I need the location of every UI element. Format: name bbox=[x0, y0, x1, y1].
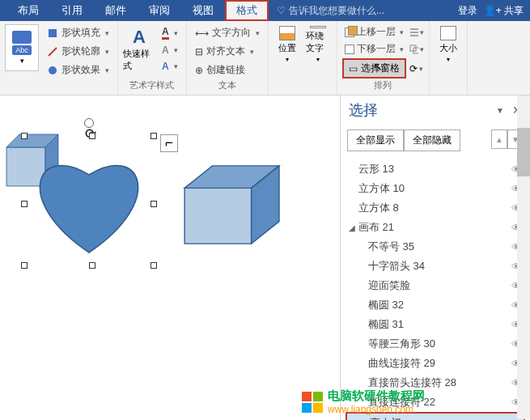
resize-handle[interactable] bbox=[151, 262, 157, 269]
create-link-button[interactable]: ⊕创建链接 bbox=[192, 62, 263, 78]
size-icon bbox=[440, 26, 456, 40]
list-item[interactable]: 迎面笑脸👁 bbox=[346, 276, 525, 295]
move-up-button[interactable]: ▲ bbox=[491, 129, 507, 149]
arrange-group-label: 排列 bbox=[342, 79, 424, 91]
show-all-button[interactable]: 全部显示 bbox=[347, 129, 404, 151]
pen-icon bbox=[47, 46, 58, 57]
group-arrange-pos: 位置▾ 环绕文字▾ bbox=[269, 21, 337, 95]
pane-title: 选择 bbox=[349, 100, 378, 120]
align-icon: ⊟ bbox=[195, 46, 203, 57]
size-button[interactable]: 大小▾ bbox=[435, 24, 462, 65]
expand-icon[interactable]: ◢ bbox=[349, 223, 358, 232]
resize-handle[interactable] bbox=[21, 262, 28, 269]
resize-handle[interactable] bbox=[21, 201, 28, 207]
lightbulb-icon: ♡ bbox=[277, 5, 286, 16]
text-group-label: 文本 bbox=[192, 79, 263, 91]
scrollbar-thumb[interactable] bbox=[517, 128, 530, 176]
svg-point-1 bbox=[49, 66, 57, 74]
bucket-icon bbox=[47, 28, 58, 39]
group-size: 大小▾ bbox=[430, 21, 468, 95]
shape-outline-button[interactable]: 形状轮廓 bbox=[44, 43, 112, 60]
tab-reference[interactable]: 引用 bbox=[50, 0, 94, 21]
resize-handle[interactable] bbox=[89, 262, 95, 269]
ribbon: Abc ▾ 形状填充 形状轮廓 形状效果 A 快速样式 A A A 艺术字样式 … bbox=[0, 21, 530, 95]
letter-a-icon: A bbox=[133, 27, 146, 48]
login-button[interactable]: 登录 bbox=[458, 4, 477, 18]
ribbon-tabs: 布局 引用 邮件 审阅 视图 格式 ♡ 告诉我您想要做什么... 登录 👤+ 共… bbox=[0, 0, 530, 21]
shape-fill-button[interactable]: 形状填充 bbox=[44, 24, 112, 41]
text-effects-button[interactable]: A bbox=[159, 59, 181, 74]
hide-all-button[interactable]: 全部隐藏 bbox=[404, 129, 460, 151]
group-wordart: A 快速样式 A A A 艺术字样式 bbox=[118, 21, 187, 95]
selection-pane: 选择 ▼ ✕ 全部显示 全部隐藏 ▲ ▼ 云形 13👁 立方体 10👁 立方体 … bbox=[340, 95, 530, 420]
workspace: ⟳ ⌐ 叠在一起，其中一个图形 ，就是在下面的图形被在上面的图形遮挡 见了分层，… bbox=[0, 95, 530, 420]
svg-rect-0 bbox=[49, 29, 57, 37]
rotate-icon: ⟳ bbox=[409, 63, 418, 74]
position-icon bbox=[279, 26, 295, 40]
list-item[interactable]: 云形 13👁 bbox=[346, 159, 525, 179]
heart-shape[interactable]: ⟳ ⌐ bbox=[24, 136, 154, 265]
list-item[interactable]: 不等号 35👁 bbox=[346, 237, 525, 257]
tell-me-search[interactable]: ♡ 告诉我您想要做什么... bbox=[277, 4, 384, 18]
wordart-group-label: 艺术字样式 bbox=[123, 79, 181, 91]
layout-options-icon[interactable]: ⌐ bbox=[160, 134, 178, 152]
align-icon bbox=[409, 28, 418, 37]
group-arrange: 上移一层 下移一层 ▭选择窗格 ⟳ 排列 ↖ bbox=[337, 21, 430, 95]
tab-view[interactable]: 视图 bbox=[181, 0, 225, 21]
pane-dropdown-icon[interactable]: ▼ bbox=[496, 106, 504, 115]
watermark: 电脑软硬件教程网 www.liangshen.com bbox=[302, 388, 425, 415]
list-item[interactable]: ◢画布 21👁 bbox=[346, 218, 525, 237]
text-direction-button[interactable]: ⟷文字方向 bbox=[192, 24, 263, 41]
shape-effects-button[interactable]: 形状效果 bbox=[44, 62, 112, 78]
align-text-button[interactable]: ⊟对齐文本 bbox=[192, 43, 263, 60]
rotate-handle[interactable]: ⟳ bbox=[84, 118, 94, 128]
resize-handle[interactable] bbox=[89, 133, 95, 139]
mouse-cursor: ↖ bbox=[373, 60, 383, 73]
resize-handle[interactable] bbox=[151, 201, 157, 207]
tab-mail[interactable]: 邮件 bbox=[94, 0, 138, 21]
text-outline-button[interactable]: A bbox=[159, 43, 181, 57]
person-icon: 👤+ bbox=[484, 5, 502, 16]
windows-logo-icon bbox=[302, 392, 323, 413]
selection-list[interactable]: 云形 13👁 立方体 10👁 立方体 8👁 ◢画布 21👁 不等号 35👁 十字… bbox=[341, 156, 530, 420]
text-fill-button[interactable]: A bbox=[159, 24, 181, 41]
list-item[interactable]: 等腰三角形 30👁 bbox=[346, 334, 525, 354]
align-button[interactable] bbox=[409, 26, 424, 39]
list-item[interactable]: 椭圆 31👁 bbox=[346, 315, 525, 334]
tab-format[interactable]: 格式 bbox=[225, 0, 269, 21]
list-item[interactable]: 曲线连接符 29👁 bbox=[346, 354, 525, 373]
document-canvas[interactable]: ⟳ ⌐ 叠在一起，其中一个图形 ，就是在下面的图形被在上面的图形遮挡 见了分层，… bbox=[0, 95, 340, 420]
vertical-scrollbar[interactable] bbox=[517, 95, 530, 419]
group-shape-styles: Abc ▾ 形状填充 形状轮廓 形状效果 bbox=[0, 21, 118, 95]
link-icon: ⊕ bbox=[195, 65, 203, 76]
resize-handle[interactable] bbox=[151, 133, 157, 139]
group-text: ⟷文字方向 ⊟对齐文本 ⊕创建链接 文本 bbox=[187, 21, 269, 95]
resize-handle[interactable] bbox=[21, 133, 28, 139]
shape-style-gallery[interactable]: Abc ▾ bbox=[5, 24, 39, 71]
direction-icon: ⟷ bbox=[195, 28, 209, 39]
wrap-icon bbox=[310, 26, 326, 28]
pane-icon: ▭ bbox=[349, 63, 358, 74]
rotate-button[interactable]: ⟳ bbox=[409, 62, 424, 75]
wrap-text-button[interactable]: 环绕文字▾ bbox=[304, 24, 332, 65]
list-item[interactable]: 椭圆 32👁 bbox=[346, 295, 525, 315]
group-icon bbox=[409, 45, 418, 54]
tab-layout[interactable]: 布局 bbox=[6, 0, 50, 21]
list-item[interactable]: 十字箭头 34👁 bbox=[346, 257, 525, 276]
share-button[interactable]: 👤+ 共享 bbox=[484, 4, 524, 18]
position-button[interactable]: 位置▾ bbox=[273, 24, 301, 65]
send-backward-button[interactable]: 下移一层 bbox=[342, 41, 406, 57]
tab-review[interactable]: 审阅 bbox=[138, 0, 181, 21]
group-objects-button[interactable] bbox=[409, 43, 424, 56]
bring-forward-button[interactable]: 上移一层 bbox=[342, 24, 406, 40]
quick-style-button[interactable]: A 快速样式 bbox=[123, 29, 155, 70]
cube-shape-2[interactable] bbox=[174, 160, 295, 249]
abc-label: Abc bbox=[12, 45, 32, 55]
rectangle-icon bbox=[12, 31, 32, 44]
list-item[interactable]: 立方体 8👁 bbox=[346, 198, 525, 218]
list-item[interactable]: 立方体 10👁 bbox=[346, 179, 525, 198]
effects-icon bbox=[47, 65, 58, 76]
